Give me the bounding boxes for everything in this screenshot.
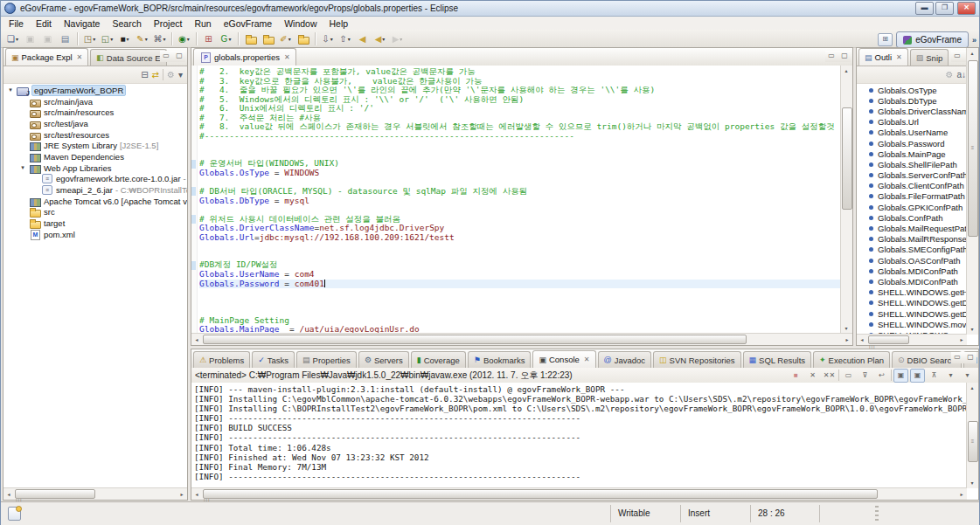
minimize-view-icon[interactable]: ▭ [951, 352, 963, 363]
console-hscrollbar[interactable]: ◂ ||| ▸ [191, 487, 967, 500]
menu-file[interactable]: File [3, 18, 30, 29]
bottom-tab-properties[interactable]: ▤Properties [296, 351, 357, 368]
save-all-button[interactable]: ▣ [39, 31, 56, 46]
outline-item-globals-shellfilepath[interactable]: Globals.ShellFilePath [857, 159, 967, 169]
run-jsp-button[interactable]: ✐▾ [277, 31, 294, 46]
bottom-tab-tasks[interactable]: ✓Tasks [252, 351, 295, 368]
editor-tab-globals-properties[interactable]: globals.properties✕ [193, 48, 296, 66]
scrollbar-thumb[interactable]: ≡ [968, 421, 978, 462]
prev-annotation-button[interactable]: ⇧▾ [337, 31, 353, 46]
dropdown-arrow-icon[interactable]: ▾ [16, 36, 18, 42]
minimize-button[interactable]: ▬ [915, 2, 934, 15]
open-console-icon[interactable]: ▾ [960, 369, 975, 383]
scrollbar-thumb[interactable] [842, 107, 852, 210]
bottom-tab-bookmarks[interactable]: ⚑Bookmarks [468, 351, 532, 368]
close-button[interactable]: ✕ [957, 2, 976, 15]
minimize-view-icon[interactable]: ▭ [825, 51, 838, 62]
maximize-view-icon[interactable]: ▢ [173, 51, 185, 62]
pkg-tab-data-source-e[interactable]: ◧Data Source E [90, 49, 166, 66]
menu-search[interactable]: Search [106, 18, 147, 29]
tree-item-src-test-resources[interactable]: src/test/resources [3, 129, 187, 141]
outline-item-globals-clientconfpath[interactable]: Globals.ClientConfPath [857, 181, 967, 191]
minimize-view-icon[interactable]: ▭ [951, 51, 963, 62]
clear-console-icon[interactable]: ▭ [841, 369, 856, 383]
bottom-tab-svn-repositories[interactable]: ◫SVN Repositories [653, 351, 741, 368]
scroll-left-arrow[interactable]: ◂ [3, 489, 14, 500]
outline-item-shell-windows-gethos[interactable]: SHELL.WINDOWS.getHos [857, 287, 967, 298]
egov-grid-button[interactable]: ⊞ [200, 31, 217, 46]
synchronize-button[interactable]: G▾ [218, 31, 234, 46]
dropdown-arrow-icon[interactable]: ▾ [127, 36, 129, 42]
tree-item-src[interactable]: src [3, 207, 187, 218]
editor-hscrollbar[interactable]: ◂ ▸ [191, 333, 852, 345]
dropdown-arrow-icon[interactable]: ▾ [330, 36, 333, 42]
bottom-tab-console[interactable]: ▣Console✕ [532, 350, 595, 368]
filters-icon[interactable]: ⚙ [945, 70, 953, 79]
dropdown-arrow-icon[interactable]: ▾ [228, 36, 231, 42]
tree-item-pom-xml[interactable]: pom.xml [3, 229, 187, 240]
scroll-down-arrow[interactable]: ▾ [967, 324, 977, 335]
outline-hscrollbar[interactable]: ◂ ||| ▸ [857, 334, 967, 345]
close-icon[interactable]: ✕ [584, 356, 590, 363]
outline-item-globals-driverclassname[interactable]: Globals.DriverClassName [857, 106, 967, 116]
dropdown-arrow-icon[interactable]: ▾ [145, 36, 148, 42]
dropdown-arrow-icon[interactable]: ▾ [348, 36, 351, 42]
console-vscrollbar[interactable]: ▴ ≡ ▾ [966, 383, 978, 488]
tree-item-maven-dependencies[interactable]: Maven Dependencies [3, 151, 187, 162]
tree-item-egovframework-brte-core-1-0-0-jar[interactable]: egovframework.brte.core-1.0.0.jar - C:₩ [3, 174, 187, 185]
outline-item-shell-windows-getdrc[interactable]: SHELL.WINDOWS.getDrc [857, 298, 967, 308]
tree-item-smeapi-2-6-jar[interactable]: smeapi_2_6.jar - C:₩BOPRInstallTest2₩ [3, 184, 187, 196]
scroll-right-arrow[interactable]: ▸ [956, 489, 967, 500]
new-file-button[interactable]: ✎▾ [134, 31, 150, 46]
scroll-left-arrow[interactable]: ◂ [857, 335, 867, 345]
perspective-overflow-chevron[interactable]: » [972, 36, 977, 45]
tree-item-src-main-resources[interactable]: src/main/resources [3, 107, 187, 118]
sort-alphabetical-icon[interactable]: a↓ [956, 70, 966, 79]
tree-item-src-test-java[interactable]: src/test/java [3, 118, 187, 129]
open-perspective-icon[interactable]: ⊞ [878, 33, 893, 46]
menu-navigate[interactable]: Navigate [58, 18, 106, 29]
back-button[interactable]: ◀▾ [372, 31, 388, 46]
collapse-all-icon[interactable]: ⊟ [141, 70, 148, 79]
menu-run[interactable]: Run [188, 18, 217, 29]
pkg-tab-package-expl[interactable]: ▣Package Expl✕ [5, 48, 88, 66]
dropdown-arrow-icon[interactable]: ▾ [163, 36, 165, 42]
import-folder-button[interactable] [295, 31, 311, 46]
dropdown-arrow-icon[interactable]: ▾ [110, 36, 113, 42]
outline-item-globals-smeconfigpath[interactable]: Globals.SMEConfigPath [857, 245, 967, 255]
open-folder-button[interactable] [260, 31, 276, 46]
scroll-up-arrow[interactable]: ▴ [967, 383, 977, 393]
scroll-right-arrow[interactable]: ▸ [177, 489, 187, 500]
tree-item-target[interactable]: target [3, 218, 187, 229]
scrollbar-thumb[interactable] [203, 335, 747, 344]
minimize-view-icon[interactable]: ▭ [160, 51, 172, 62]
outline-list[interactable]: Globals.OsTypeGlobals.DbTypeGlobals.Driv… [857, 83, 967, 335]
menu-window[interactable]: Window [278, 18, 323, 29]
show-on-output-icon[interactable]: ▣ [893, 369, 908, 383]
scrollbar-thumb[interactable]: ≡ [968, 60, 978, 237]
outline-item-globals-oasconfpath[interactable]: Globals.OASConfPath [857, 255, 967, 266]
dropdown-arrow-icon[interactable]: ▾ [288, 36, 291, 42]
outline-item-globals-username[interactable]: Globals.UserName [857, 128, 967, 138]
perspective-egovframe-button[interactable]: eGovFrame [896, 31, 969, 48]
view-menu-icon[interactable]: ▾ [178, 70, 183, 79]
remove-launch-icon[interactable]: ✕ [805, 369, 820, 383]
menu-egovframe[interactable]: eGovFrame [218, 18, 278, 29]
outline-item-shell-windows-moved[interactable]: SHELL.WINDOWS.moveD [857, 319, 967, 329]
scroll-right-arrow[interactable]: ▸ [842, 335, 852, 345]
menu-project[interactable]: Project [148, 18, 189, 29]
scroll-lock-icon[interactable]: ⊽ [858, 369, 872, 383]
menu-help[interactable]: Help [323, 18, 355, 29]
scroll-up-arrow[interactable]: ▴ [967, 48, 977, 59]
bottom-tab-execution-plan[interactable]: ✦Execution Plan [813, 351, 890, 368]
outline-item-globals-confpath[interactable]: Globals.ConfPath [857, 212, 967, 223]
tree-item-src-main-java[interactable]: src/main/java [3, 96, 187, 107]
menu-edit[interactable]: Edit [30, 18, 58, 29]
open-project-button[interactable] [242, 31, 259, 46]
bottom-tab-problems[interactable]: ⚠Problems [193, 351, 250, 368]
scroll-up-arrow[interactable]: ▴ [841, 66, 851, 76]
close-icon[interactable]: ✕ [77, 53, 83, 61]
bottom-tab-sql-results[interactable]: ▦SQL Results [743, 351, 812, 368]
editor-area[interactable]: # 2. key값은 공백문자를 포함불가, value값은 공백문자를 가능#… [191, 66, 852, 334]
outline-item-globals-mailrequestpath[interactable]: Globals.MailRequestPath [857, 223, 967, 233]
